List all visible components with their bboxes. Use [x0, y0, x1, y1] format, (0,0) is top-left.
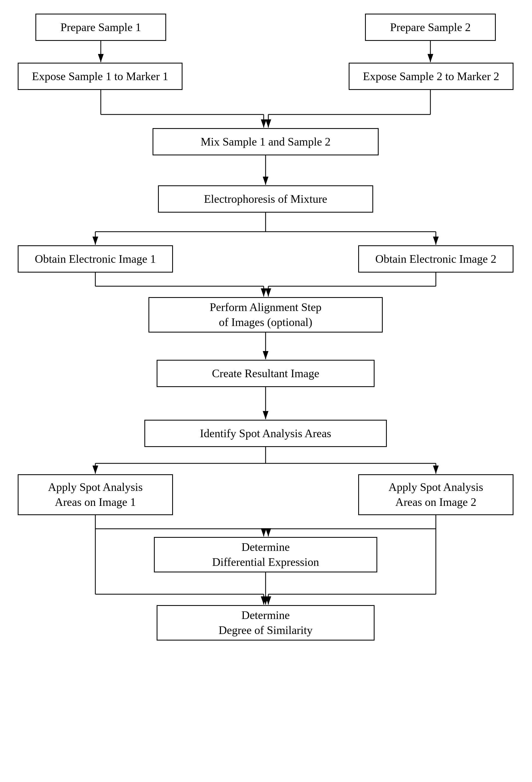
identify-spots-box: Identify Spot Analysis Areas: [144, 420, 387, 447]
expose-sample-1-box: Expose Sample 1 to Marker 1: [18, 63, 183, 90]
flowchart-diagram: Prepare Sample 1 Prepare Sample 2 Expose…: [0, 0, 532, 782]
alignment-box: Perform Alignment Step of Images (option…: [148, 297, 383, 332]
arrows-overlay: [0, 0, 532, 782]
degree-similarity-box: Determine Degree of Similarity: [157, 605, 375, 641]
apply-spots-image2-box: Apply Spot Analysis Areas on Image 2: [358, 474, 514, 515]
electrophoresis-box: Electrophoresis of Mixture: [158, 185, 373, 213]
obtain-image-1-box: Obtain Electronic Image 1: [18, 245, 173, 273]
mix-samples-box: Mix Sample 1 and Sample 2: [153, 128, 379, 155]
apply-spots-image1-box: Apply Spot Analysis Areas on Image 1: [18, 474, 173, 515]
differential-expression-box: Determine Differential Expression: [154, 537, 377, 572]
obtain-image-2-box: Obtain Electronic Image 2: [358, 245, 514, 273]
resultant-image-box: Create Resultant Image: [157, 360, 375, 387]
prepare-sample-1-box: Prepare Sample 1: [35, 14, 166, 41]
expose-sample-2-box: Expose Sample 2 to Marker 2: [349, 63, 514, 90]
prepare-sample-2-box: Prepare Sample 2: [365, 14, 496, 41]
